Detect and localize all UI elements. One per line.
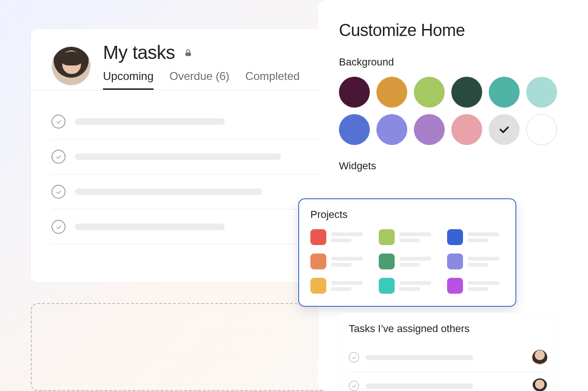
customize-title: Customize Home: [339, 21, 567, 40]
project-color-swatch: [310, 278, 326, 294]
project-item[interactable]: [447, 229, 504, 245]
tab-upcoming[interactable]: Upcoming: [103, 70, 154, 90]
background-swatch[interactable]: [376, 77, 407, 108]
tabs: UpcomingOverdue (6)Completed: [103, 70, 300, 90]
project-color-swatch: [379, 253, 395, 269]
project-item[interactable]: [310, 278, 368, 294]
projects-widget[interactable]: Projects: [298, 198, 516, 307]
assignee-avatar[interactable]: [532, 350, 547, 365]
project-placeholder: [399, 232, 436, 242]
check-circle-icon[interactable]: [51, 220, 66, 234]
project-item[interactable]: [379, 253, 436, 269]
tasks-title: My tasks: [103, 42, 175, 63]
task-row[interactable]: [51, 139, 350, 174]
task-placeholder: [75, 224, 225, 230]
project-color-swatch: [310, 229, 326, 245]
task-row[interactable]: [51, 104, 350, 139]
project-placeholder: [468, 257, 504, 267]
project-placeholder: [399, 257, 436, 267]
check-circle-icon[interactable]: [349, 381, 359, 391]
project-item[interactable]: [447, 253, 504, 269]
widgets-label: Widgets: [339, 160, 567, 172]
lock-icon: [184, 48, 193, 58]
project-item[interactable]: [310, 229, 368, 245]
background-swatch-grid: [339, 77, 567, 145]
background-swatch[interactable]: [414, 77, 445, 108]
assigned-task-row[interactable]: [349, 343, 547, 372]
project-color-swatch: [379, 229, 395, 245]
project-placeholder: [468, 281, 504, 291]
background-swatch[interactable]: [339, 77, 370, 108]
background-swatch[interactable]: [339, 114, 370, 145]
project-item[interactable]: [379, 278, 436, 294]
background-swatch[interactable]: [526, 114, 557, 145]
project-color-swatch: [447, 278, 463, 294]
check-circle-icon[interactable]: [349, 352, 359, 362]
background-swatch[interactable]: [451, 114, 482, 145]
background-swatch[interactable]: [489, 77, 520, 108]
check-circle-icon[interactable]: [51, 115, 66, 129]
project-placeholder: [331, 232, 368, 242]
background-swatch[interactable]: [376, 114, 407, 145]
background-swatch[interactable]: [526, 77, 557, 108]
project-color-swatch: [379, 278, 395, 294]
assigned-tasks-widget[interactable]: Tasks I’ve assigned others: [338, 312, 558, 391]
assigned-task-row[interactable]: [349, 372, 547, 391]
task-placeholder: [75, 153, 281, 160]
project-item[interactable]: [447, 278, 504, 294]
check-circle-icon[interactable]: [51, 185, 66, 199]
svg-rect-0: [185, 52, 191, 56]
background-swatch[interactable]: [414, 114, 445, 145]
background-swatch[interactable]: [489, 114, 520, 145]
project-color-swatch: [447, 229, 463, 245]
project-color-swatch: [447, 253, 463, 269]
assignee-avatar[interactable]: [532, 378, 547, 391]
project-placeholder: [331, 257, 368, 267]
background-label: Background: [339, 56, 567, 68]
project-placeholder: [468, 232, 504, 242]
avatar[interactable]: [51, 46, 91, 86]
project-color-swatch: [310, 253, 326, 269]
project-grid: [310, 229, 504, 294]
project-placeholder: [331, 281, 368, 291]
project-item[interactable]: [310, 253, 368, 269]
task-placeholder: [75, 118, 225, 125]
assigned-widget-title: Tasks I’ve assigned others: [349, 323, 547, 335]
tasks-title-block: My tasks UpcomingOverdue (6)Completed: [103, 42, 300, 90]
check-circle-icon[interactable]: [51, 150, 66, 164]
tab-completed[interactable]: Completed: [245, 70, 300, 90]
task-placeholder: [366, 384, 473, 389]
tab-overdue-[interactable]: Overdue (6): [169, 70, 229, 90]
project-item[interactable]: [379, 229, 436, 245]
tasks-title-row: My tasks: [103, 42, 300, 63]
task-placeholder: [75, 188, 262, 195]
background-swatch[interactable]: [451, 77, 482, 108]
task-placeholder: [366, 355, 473, 360]
project-placeholder: [399, 281, 436, 291]
projects-widget-title: Projects: [310, 209, 504, 221]
